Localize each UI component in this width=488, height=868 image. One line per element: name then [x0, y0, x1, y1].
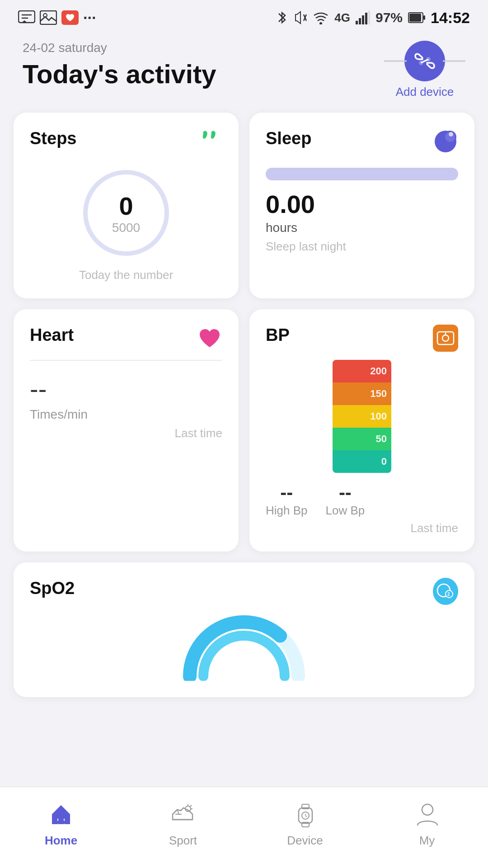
home-svg: [47, 801, 75, 828]
moon-svg: [434, 130, 457, 153]
sleep-value: 0.00: [266, 189, 458, 219]
heart-title: Heart: [30, 326, 74, 345]
heart-svg: [198, 327, 221, 349]
add-device-label: Add device: [396, 85, 454, 99]
wifi-icon: [313, 11, 329, 24]
home-icon: [45, 798, 77, 830]
svg-point-25: [442, 335, 449, 341]
bp-card[interactable]: BP 200 150 100: [249, 309, 474, 552]
svg-point-8: [319, 22, 322, 24]
steps-icon: [197, 129, 222, 154]
add-device-button[interactable]: Add device: [384, 41, 465, 99]
sleep-bar-container: [266, 168, 458, 180]
status-left: ···: [18, 9, 96, 27]
my-svg: [415, 801, 440, 828]
nav-sport[interactable]: Sport: [147, 798, 219, 848]
network-label: 4G: [334, 11, 350, 25]
steps-card[interactable]: Steps 0 5000 Today the number: [14, 113, 239, 298]
link-icon: [413, 52, 436, 71]
steps-goal: 5000: [112, 221, 140, 235]
chat-icon: [18, 10, 35, 25]
svg-rect-31: [57, 821, 65, 824]
header-title: Today's activity: [23, 60, 216, 89]
svg-rect-16: [423, 15, 425, 20]
svg-point-18: [426, 57, 431, 61]
nav-device-label: Device: [287, 834, 323, 848]
footprints-svg: [199, 130, 221, 153]
heart-subtitle: Last time: [30, 426, 222, 440]
bp-device-icon: [433, 325, 458, 352]
signal-icon: [356, 11, 370, 24]
bp-subtitle: Last time: [266, 521, 458, 535]
svg-rect-10: [359, 18, 361, 24]
top-cards-grid: Steps 0 5000 Today the number: [14, 113, 474, 298]
svg-rect-9: [356, 21, 358, 24]
sleep-unit: hours: [266, 221, 458, 235]
bp-title: BP: [266, 326, 290, 345]
bp-high-group: -- High Bp: [266, 482, 308, 518]
device-svg: [293, 801, 318, 828]
sleep-subtitle: Sleep last night: [266, 240, 458, 254]
bp-icon: [433, 326, 458, 351]
spo2-title: SpO2: [30, 579, 75, 598]
sport-icon: [167, 798, 199, 830]
svg-rect-4: [40, 11, 56, 24]
bp-high-value: --: [280, 482, 293, 504]
image-icon: [40, 10, 57, 25]
heart-value: --: [30, 374, 222, 404]
bluetooth-icon: [276, 10, 288, 25]
sleep-card-header: Sleep: [266, 129, 458, 154]
sleep-bar: [266, 168, 458, 180]
bp-values-row: -- High Bp -- Low Bp: [266, 482, 458, 518]
svg-point-23: [449, 132, 453, 137]
right-line: [443, 61, 465, 62]
svg-point-39: [422, 804, 433, 815]
nav-my[interactable]: My: [391, 798, 463, 848]
bottom-nav: Home Sport: [0, 787, 488, 868]
bp-chart-container: 200 150 100 50 0: [266, 360, 458, 473]
device-icon: [289, 798, 321, 830]
svg-rect-12: [365, 13, 367, 24]
spo2-gauge: [30, 613, 458, 681]
connector-lines: [384, 41, 465, 81]
nav-sport-label: Sport: [169, 834, 197, 848]
my-icon: [411, 798, 443, 830]
status-right: 4G 97% 14:52: [276, 9, 470, 27]
steps-title: Steps: [30, 129, 76, 148]
status-bar: ··· 4G 97%: [0, 0, 488, 32]
main-content: Steps 0 5000 Today the number: [0, 113, 488, 788]
nav-home-label: Home: [45, 834, 77, 848]
more-icon: ···: [83, 9, 96, 27]
svg-text:2: 2: [447, 592, 450, 597]
time-display: 14:52: [431, 9, 470, 27]
svg-marker-3: [22, 20, 27, 23]
svg-rect-13: [368, 11, 370, 24]
spo2-gauge-svg: [181, 613, 307, 681]
steps-center: 0 5000: [112, 191, 140, 235]
steps-subtitle: Today the number: [30, 268, 222, 282]
sleep-card[interactable]: Sleep 0.00 hours Sleep last night: [249, 113, 474, 298]
nav-device[interactable]: Device: [269, 798, 341, 848]
heart-card[interactable]: Heart -- Times/min Last time: [14, 309, 239, 552]
bp-seg-200: 200: [333, 360, 391, 382]
spo2-card[interactable]: SpO2 2: [14, 562, 474, 697]
header-date: 24-02 saturday: [23, 41, 216, 55]
bp-device-svg: [436, 329, 455, 347]
battery-percent: 97%: [375, 10, 403, 25]
add-device-icon: [404, 41, 445, 81]
bp-seg-100: 100: [333, 405, 391, 428]
middle-cards-grid: Heart -- Times/min Last time BP: [14, 309, 474, 552]
svg-line-38: [305, 816, 307, 817]
battery-icon: [408, 12, 425, 24]
heart-divider: [30, 360, 222, 361]
bp-seg-150: 150: [333, 382, 391, 405]
heart-unit: Times/min: [30, 407, 222, 422]
mute-icon: [294, 10, 307, 25]
nav-home[interactable]: Home: [25, 798, 97, 848]
heart-icon: [197, 326, 222, 351]
spo2-card-header: SpO2 2: [30, 579, 458, 604]
svg-rect-11: [362, 15, 364, 24]
svg-rect-15: [409, 14, 421, 22]
bp-card-header: BP: [266, 326, 458, 351]
spo2-icon: 2: [433, 579, 458, 604]
